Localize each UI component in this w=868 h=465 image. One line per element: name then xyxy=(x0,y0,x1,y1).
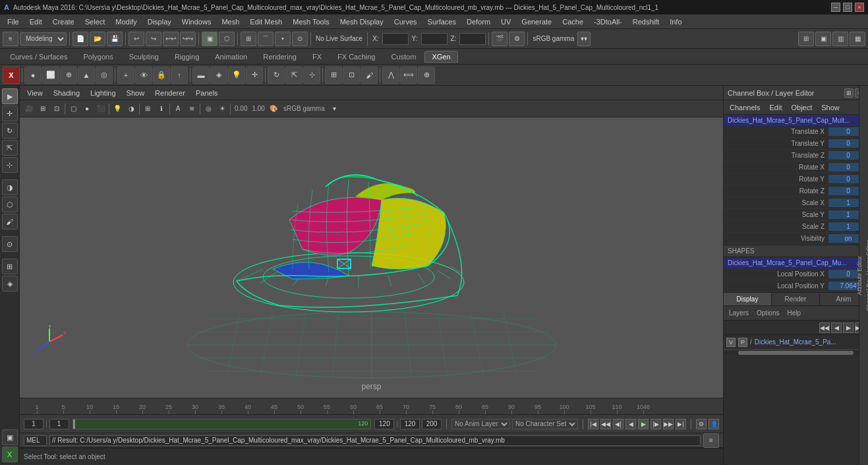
open-button[interactable]: 📂 xyxy=(90,32,105,46)
tab-custom[interactable]: Custom xyxy=(384,51,424,63)
cb-menu-show[interactable]: Show xyxy=(818,102,843,113)
redo2-button[interactable]: ↪↪ xyxy=(180,32,196,46)
pb-to-end[interactable]: ▶| xyxy=(676,419,686,429)
cb-float-btn[interactable]: ⊞ xyxy=(844,88,854,98)
shelf-scale-button[interactable]: ⇱ xyxy=(285,67,303,84)
menu-windows[interactable]: Windows xyxy=(177,16,216,27)
shelf-eye-button[interactable]: 👁 xyxy=(135,67,152,84)
playback-max-frame[interactable] xyxy=(400,419,420,429)
menu-redshift[interactable]: Redshift xyxy=(628,16,664,27)
layers-nav-next[interactable]: ▶ xyxy=(843,323,854,333)
save-button[interactable]: 💾 xyxy=(107,32,123,46)
tab-fx-caching[interactable]: FX Caching xyxy=(330,51,382,63)
shelf-object-button[interactable]: ◈ xyxy=(210,67,227,84)
show-manip-left[interactable]: ⊙ xyxy=(2,236,18,252)
snap-grid-button[interactable]: ⊞ xyxy=(241,32,256,46)
vp-texture[interactable]: ⬛ xyxy=(94,102,107,115)
vp-exposure-btn[interactable]: ☀ xyxy=(216,102,229,115)
snap-point-button[interactable]: • xyxy=(275,32,291,46)
attribute-editor-strip[interactable]: Channel Box / Layer Editor Attribute Edi… xyxy=(859,86,868,465)
layers-nav-start[interactable]: ◀◀ xyxy=(819,323,830,333)
3d-canvas[interactable]: X Y Z persp xyxy=(20,117,723,398)
tab-rendering[interactable]: Rendering xyxy=(256,51,304,63)
vp-wireframe[interactable]: ▢ xyxy=(67,102,80,115)
playback-scrubber[interactable]: 120 xyxy=(72,419,372,429)
menu-select[interactable]: Select xyxy=(80,16,110,27)
script-editor-btn[interactable]: ≡ xyxy=(703,433,719,448)
vp-smooth-shade[interactable]: ● xyxy=(80,102,94,115)
menu-edit-mesh[interactable]: Edit Mesh xyxy=(245,16,287,27)
app-menu-button[interactable]: ≡ xyxy=(3,32,18,46)
window-controls[interactable]: ─ □ × xyxy=(831,3,864,12)
shelf-cube-button[interactable]: ⬜ xyxy=(42,67,59,84)
pb-prev-frame[interactable]: ◀| xyxy=(613,419,623,429)
layer-pickable-toggle[interactable]: P xyxy=(738,338,747,347)
render-settings-btn[interactable]: ⚙ xyxy=(509,32,525,46)
char-set-select[interactable]: No Character Set xyxy=(512,419,578,429)
vp-menu-view[interactable]: View xyxy=(22,88,47,98)
scrollbar-thumb[interactable] xyxy=(738,351,854,355)
maximize-button[interactable]: □ xyxy=(843,3,852,12)
menu-modify[interactable]: Modify xyxy=(111,16,141,27)
pb-next-key[interactable]: ▶▶ xyxy=(663,419,674,429)
shelf-paint-button[interactable]: 🖌 xyxy=(361,67,378,84)
minimize-button[interactable]: ─ xyxy=(831,3,840,12)
shelf-torus-button[interactable]: ◎ xyxy=(96,67,113,84)
y-input[interactable] xyxy=(421,33,448,45)
pb-char-anim[interactable]: 👤 xyxy=(709,419,719,429)
select-tool-button[interactable]: ▣ xyxy=(202,32,217,46)
universal-tool-left[interactable]: ⊹ xyxy=(2,157,18,173)
vp-colorspace-btn[interactable]: 🎨 xyxy=(267,102,280,115)
snap-curve-button[interactable]: ⌒ xyxy=(258,32,274,46)
workspace-dropdown[interactable]: Modeling xyxy=(20,32,67,46)
shelf-cylinder-button[interactable]: ⊕ xyxy=(60,67,77,84)
pb-play-fwd[interactable]: ▶ xyxy=(638,419,649,429)
vp-motion-blur-btn[interactable]: ≋ xyxy=(185,102,198,115)
menu-mesh-display[interactable]: Mesh Display xyxy=(335,16,388,27)
menu-create[interactable]: Create xyxy=(48,16,79,27)
pb-play-back[interactable]: ◀ xyxy=(625,419,636,429)
vp-menu-lighting[interactable]: Lighting xyxy=(86,88,121,98)
z-input[interactable] xyxy=(459,33,486,45)
shelf-light-button[interactable]: 💡 xyxy=(228,67,245,84)
scale-tool-left[interactable]: ⇱ xyxy=(2,140,18,156)
close-button[interactable]: × xyxy=(855,3,864,12)
layers-menu[interactable]: Layers xyxy=(726,309,751,317)
menu-3dto[interactable]: -3DtoAll- xyxy=(589,16,627,27)
vp-aa-btn[interactable]: A xyxy=(171,102,185,115)
shelf-x-button[interactable]: X xyxy=(3,67,20,84)
menu-generate[interactable]: Generate xyxy=(517,16,556,27)
shelf-append-button[interactable]: ⊕ xyxy=(418,67,435,84)
vp-frame-sel[interactable]: ⊡ xyxy=(50,102,63,115)
shelf-crease-button[interactable]: ⋀ xyxy=(382,67,399,84)
x-input[interactable] xyxy=(382,33,409,45)
paint-select-left[interactable]: 🖌 xyxy=(2,214,18,230)
shelf-rotate-button[interactable]: ↻ xyxy=(268,67,285,84)
anim-layer-select[interactable]: No Anim Layer xyxy=(451,419,510,429)
vp-colorspace-dropdown[interactable]: ▾ xyxy=(328,102,341,115)
pb-prev-key[interactable]: ◀◀ xyxy=(600,419,611,429)
new-scene-button[interactable]: 📄 xyxy=(72,32,88,46)
attr-strip-label-bottom[interactable]: Attribute Editor xyxy=(856,256,863,295)
tab-polygons[interactable]: Polygons xyxy=(76,51,120,63)
shelf-move-button[interactable]: ✛ xyxy=(246,67,263,84)
vp-grid-btn[interactable]: ⊞ xyxy=(141,102,154,115)
layer-scrollbar[interactable] xyxy=(724,350,868,355)
menu-edit[interactable]: Edit xyxy=(25,16,47,27)
tab-sculpting[interactable]: Sculpting xyxy=(122,51,166,63)
menu-curves[interactable]: Curves xyxy=(390,16,422,27)
tab-xgen[interactable]: XGen xyxy=(424,51,457,63)
pb-next-frame[interactable]: |▶ xyxy=(651,419,661,429)
vp-shadow-btn[interactable]: ◑ xyxy=(125,102,138,115)
ui-preset-button[interactable]: ⊞ xyxy=(798,32,814,46)
pb-settings[interactable]: ⚙ xyxy=(696,419,707,429)
help-menu[interactable]: Help xyxy=(784,309,803,317)
lasso-select-button[interactable]: ⬡ xyxy=(219,32,235,46)
vp-menu-shading[interactable]: Shading xyxy=(49,88,84,98)
ui-layout3-button[interactable]: ▦ xyxy=(850,32,865,46)
snap-left[interactable]: ⊞ xyxy=(2,259,18,274)
vp-camera-btn[interactable]: 🎥 xyxy=(22,102,36,115)
playback-current-frame[interactable] xyxy=(24,419,43,429)
move-tool-left[interactable]: ✛ xyxy=(2,106,18,121)
shelf-arrow-button[interactable]: ↑ xyxy=(171,67,188,84)
